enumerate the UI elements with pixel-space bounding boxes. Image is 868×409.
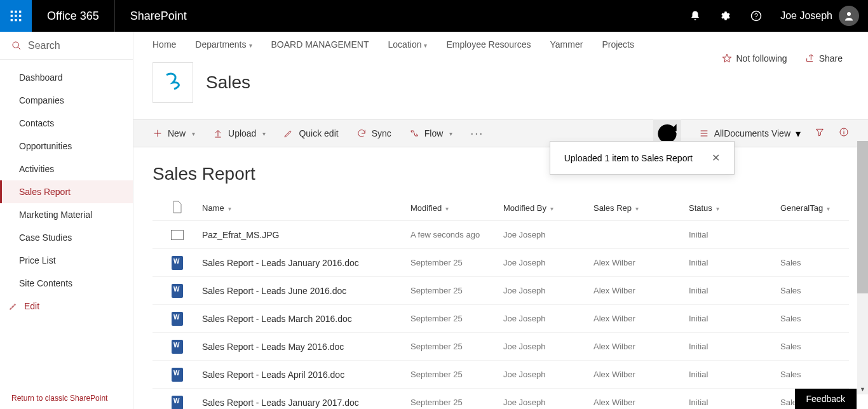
hub-nav-home[interactable]: Home — [153, 39, 176, 50]
new-label: New — [168, 128, 186, 138]
svg-point-13 — [13, 42, 18, 48]
command-bar: New▾ Upload▾ Quick edit Sync Flow▾ ··· A… — [133, 119, 868, 147]
sidebar-item-activities[interactable]: Activities — [0, 158, 133, 180]
toast-text: Uploaded 1 item to Sales Report — [564, 153, 693, 163]
scroll-down-button[interactable]: ▼ — [857, 384, 868, 394]
edit-nav-link[interactable]: Edit — [0, 295, 133, 318]
table-row[interactable]: Sales Report - Leads January 2017.docSep… — [153, 389, 849, 409]
waffle-icon — [10, 10, 22, 22]
settings-button[interactable] — [710, 0, 741, 32]
dock-logo-icon — [160, 70, 186, 95]
scrollbar-thumb[interactable] — [857, 141, 868, 293]
star-icon — [722, 53, 732, 64]
sidebar-item-price-list[interactable]: Price List — [0, 249, 133, 272]
table-row[interactable]: Paz_Efrat_MS.JPGA few seconds agoJoe Jos… — [153, 221, 849, 249]
return-classic-link[interactable]: Return to classic SharePoint — [0, 387, 133, 409]
table-row[interactable]: Sales Report - Leads June 2016.docSeptem… — [153, 277, 849, 305]
search-box[interactable]: Search — [0, 32, 133, 60]
toast-close-button[interactable]: ✕ — [712, 152, 720, 164]
list-area: Sales Report Name▾ Modified▾ Modified By… — [133, 147, 868, 409]
svg-text:?: ? — [754, 12, 758, 20]
quick-edit-button[interactable]: Quick edit — [283, 128, 338, 138]
column-header-name[interactable]: Name▾ — [202, 203, 410, 213]
svg-rect-5 — [19, 15, 21, 17]
hub-nav-departments[interactable]: Departments▾ — [195, 39, 252, 50]
sync-button[interactable]: Sync — [356, 128, 391, 138]
cell-modified: September 25 — [410, 286, 503, 295]
column-header-type[interactable] — [153, 201, 202, 215]
feedback-tab[interactable]: Feedback — [795, 389, 857, 409]
sync-label: Sync — [372, 128, 391, 138]
notifications-button[interactable] — [680, 0, 710, 32]
sidebar-item-companies[interactable]: Companies — [0, 89, 133, 112]
word-file-icon — [153, 396, 202, 410]
site-title: Sales — [206, 72, 250, 93]
sidebar-item-opportunities[interactable]: Opportunities — [0, 135, 133, 158]
share-button[interactable]: Share — [805, 53, 843, 64]
column-header-modified-by[interactable]: Modified By▾ — [503, 203, 593, 213]
svg-point-12 — [847, 12, 851, 16]
svg-point-22 — [844, 130, 844, 130]
flow-label: Flow — [424, 128, 444, 138]
svg-rect-2 — [19, 11, 21, 13]
column-header-modified[interactable]: Modified▾ — [410, 203, 503, 213]
svg-rect-0 — [11, 11, 13, 13]
chevron-down-icon: ▾ — [550, 205, 553, 212]
cell-modified: September 25 — [410, 258, 503, 267]
flow-button[interactable]: Flow▾ — [409, 128, 453, 138]
table-row[interactable]: Sales Report - Leads January 2016.docSep… — [153, 249, 849, 277]
sidebar-item-site-contents[interactable]: Site Contents — [0, 272, 133, 295]
hub-nav-employee-resources[interactable]: Employee Resources — [446, 39, 531, 50]
info-icon — [839, 127, 849, 137]
table-row[interactable]: Sales Report - Leads April 2016.docSepte… — [153, 361, 849, 389]
hub-nav-location[interactable]: Location▾ — [388, 39, 428, 50]
sidebar-item-contacts[interactable]: Contacts — [0, 112, 133, 135]
not-following-button[interactable]: Not following — [722, 53, 787, 64]
filter-button[interactable] — [815, 127, 825, 140]
bell-icon — [689, 10, 701, 22]
word-file-icon — [153, 368, 202, 382]
sidebar-item-sales-report[interactable]: Sales Report — [0, 180, 133, 203]
brand-sharepoint[interactable]: SharePoint — [115, 10, 202, 23]
cell-name: Sales Report - Leads May 2016.doc — [202, 342, 410, 352]
more-button[interactable]: ··· — [470, 127, 484, 140]
cell-sales-rep: Alex Wilber — [593, 286, 689, 295]
sidebar-item-case-studies[interactable]: Case Studies — [0, 226, 133, 249]
info-button[interactable] — [839, 127, 849, 140]
hub-nav-projects[interactable]: Projects — [602, 39, 634, 50]
column-header-sales-rep[interactable]: Sales Rep▾ — [593, 203, 689, 213]
upload-toast: Uploaded 1 item to Sales Report ✕ — [550, 141, 735, 175]
sidebar-item-dashboard[interactable]: Dashboard — [0, 66, 133, 89]
avatar — [839, 6, 859, 26]
sidebar-item-marketing-material[interactable]: Marketing Material — [0, 203, 133, 226]
help-button[interactable]: ? — [741, 0, 771, 32]
svg-rect-4 — [15, 15, 17, 17]
column-header-tag[interactable]: GeneralTag▾ — [780, 203, 849, 213]
upload-button[interactable]: Upload▾ — [213, 128, 266, 138]
view-label: AllDocuments View — [714, 128, 790, 138]
hub-nav-yammer[interactable]: Yammer — [550, 39, 583, 50]
chevron-down-icon: ▾ — [449, 130, 452, 137]
cell-name: Sales Report - Leads April 2016.doc — [202, 370, 410, 380]
new-button[interactable]: New▾ — [153, 128, 195, 138]
svg-line-14 — [18, 47, 20, 50]
app-launcher[interactable] — [0, 0, 32, 32]
cell-tag: Sales — [780, 342, 849, 351]
cell-status: Initial — [689, 258, 780, 267]
user-name: Joe Joseph — [780, 10, 832, 22]
brand-office365[interactable]: Office 365 — [32, 0, 115, 32]
table-row[interactable]: Sales Report - Leads May 2016.docSeptemb… — [153, 333, 849, 361]
cell-status: Initial — [689, 286, 780, 295]
hub-nav-board-management[interactable]: BOARD MANAGEMENT — [271, 39, 369, 50]
svg-rect-7 — [15, 19, 17, 21]
user-menu[interactable]: Joe Joseph — [771, 6, 868, 26]
column-header-status[interactable]: Status▾ — [689, 203, 780, 213]
table-row[interactable]: Sales Report - Leads March 2016.docSepte… — [153, 305, 849, 333]
search-placeholder: Search — [28, 40, 60, 51]
site-logo[interactable] — [153, 62, 193, 103]
edit-nav-label: Edit — [24, 301, 39, 311]
view-selector[interactable]: AllDocuments View ▾ — [699, 128, 801, 140]
cell-status: Initial — [689, 370, 780, 379]
cell-sales-rep: Alex Wilber — [593, 314, 689, 323]
scrollbar-track[interactable] — [857, 141, 868, 384]
